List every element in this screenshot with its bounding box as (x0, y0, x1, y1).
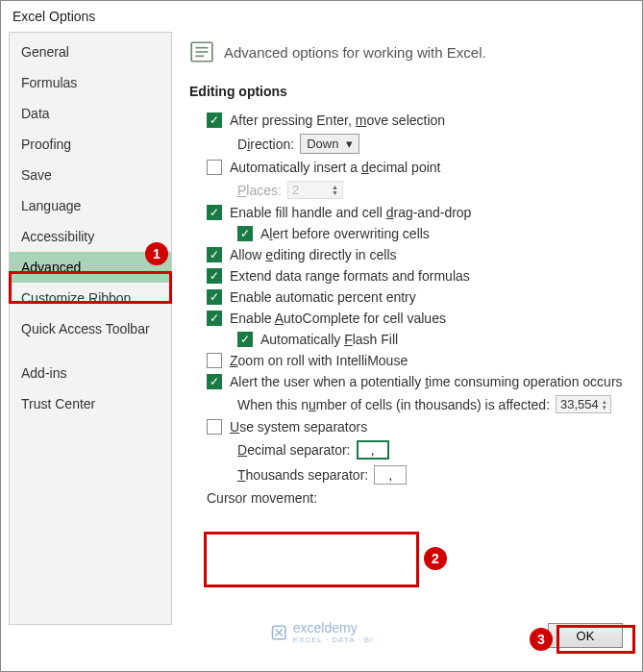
label-decimal-sep: Decimal separator: (237, 442, 351, 458)
sidebar-item-formulas[interactable]: Formulas (10, 67, 171, 98)
input-decimal-sep[interactable] (357, 440, 389, 460)
checkbox-alert-time[interactable]: ✓ (207, 374, 222, 389)
content-area: General Formulas Data Proofing Save Lang… (1, 32, 642, 625)
spinner-places: 2▲▼ (287, 181, 343, 199)
input-thousands-sep[interactable] (374, 465, 407, 485)
label-after-enter: After pressing Enter, move selection (230, 112, 445, 128)
sidebar-item-trust-center[interactable]: Trust Center (10, 388, 171, 419)
row-zoom: Zoom on roll with IntelliMouse (189, 353, 634, 368)
row-thousands-sep: Thousands separator: (189, 465, 634, 485)
row-decimal-sep: Decimal separator: (189, 440, 634, 460)
label-auto-decimal: Automatically insert a decimal point (230, 160, 440, 175)
label-places: Places: (237, 183, 282, 198)
checkbox-use-separators[interactable] (207, 419, 222, 435)
sidebar-item-language[interactable]: Language (10, 190, 171, 221)
sidebar-item-quick-access-toolbar[interactable]: Quick Access Toolbar (10, 313, 171, 344)
label-extend-formats: Extend data range formats and formulas (230, 268, 470, 284)
checkbox-zoom[interactable] (207, 353, 222, 368)
header-row: Advanced options for working with Excel. (189, 39, 634, 64)
main-panel: Advanced options for working with Excel.… (172, 32, 634, 625)
row-allow-edit: ✓ Allow editing directly in cells (189, 247, 634, 262)
sidebar-item-save[interactable]: Save (10, 160, 171, 190)
sidebar-item-customize-ribbon[interactable]: Customize Ribbon (10, 283, 171, 313)
watermark-icon (270, 624, 287, 641)
sidebar-item-add-ins[interactable]: Add-ins (10, 358, 171, 388)
label-zoom: Zoom on roll with IntelliMouse (230, 353, 408, 368)
row-auto-decimal: Automatically insert a decimal point (189, 160, 634, 175)
sidebar-item-data[interactable]: Data (10, 98, 171, 129)
row-after-enter: ✓ After pressing Enter, move selection (189, 112, 634, 128)
checkbox-allow-edit[interactable]: ✓ (207, 247, 222, 262)
label-allow-edit: Allow editing directly in cells (230, 247, 397, 262)
label-cells-affected: When this number of cells (in thousands)… (237, 397, 550, 412)
label-direction: Direction: (237, 137, 294, 152)
checkbox-auto-percent[interactable]: ✓ (207, 289, 222, 305)
watermark: exceldemy EXCEL · DATA · BI (270, 620, 374, 644)
label-fill-handle: Enable fill handle and cell drag-and-dro… (230, 205, 471, 220)
row-auto-percent: ✓ Enable automatic percent entry (189, 289, 634, 305)
row-autocomplete: ✓ Enable AutoComplete for cell values (189, 311, 634, 326)
label-alert-overwrite: Alert before overwriting cells (260, 226, 430, 241)
row-alert-time: ✓ Alert the user when a potentially time… (189, 374, 634, 389)
row-use-separators: Use system separators (189, 419, 634, 435)
label-auto-percent: Enable automatic percent entry (230, 289, 416, 305)
sidebar-item-accessibility[interactable]: Accessibility (10, 221, 171, 252)
row-flash-fill: ✓ Automatically Flash Fill (189, 332, 634, 347)
row-extend-formats: ✓ Extend data range formats and formulas (189, 268, 634, 284)
header-text: Advanced options for working with Excel. (224, 44, 486, 61)
label-autocomplete: Enable AutoComplete for cell values (230, 311, 446, 326)
row-fill-handle: ✓ Enable fill handle and cell drag-and-d… (189, 205, 634, 220)
checkbox-fill-handle[interactable]: ✓ (207, 205, 222, 220)
row-alert-overwrite: ✓ Alert before overwriting cells (189, 226, 634, 241)
checkbox-autocomplete[interactable]: ✓ (207, 311, 222, 326)
checkbox-after-enter[interactable]: ✓ (207, 112, 222, 128)
window-title: Excel Options (1, 1, 642, 32)
checkbox-alert-overwrite[interactable]: ✓ (237, 226, 253, 241)
label-alert-time: Alert the user when a potentially time c… (230, 374, 623, 389)
watermark-brand: exceldemy (293, 620, 358, 635)
checkbox-extend-formats[interactable]: ✓ (207, 268, 222, 284)
spinner-cells-affected[interactable]: 33,554▴▾ (556, 395, 611, 413)
ok-button[interactable]: OK (548, 623, 623, 648)
label-cursor-movement: Cursor movement: (207, 490, 317, 506)
sidebar: General Formulas Data Proofing Save Lang… (9, 32, 172, 625)
row-places: Places: 2▲▼ (189, 181, 634, 199)
sidebar-item-proofing[interactable]: Proofing (10, 129, 171, 160)
row-cursor-movement: Cursor movement: (189, 490, 634, 506)
label-use-separators: Use system separators (230, 419, 367, 435)
row-direction: Direction: Down▾ (189, 134, 634, 154)
section-title: Editing options (189, 84, 634, 99)
dropdown-direction[interactable]: Down▾ (300, 134, 359, 154)
checkbox-flash-fill[interactable]: ✓ (237, 332, 253, 347)
checkbox-auto-decimal[interactable] (207, 160, 222, 175)
options-icon (189, 39, 214, 64)
sidebar-item-general[interactable]: General (10, 37, 171, 67)
label-thousands-sep: Thousands separator: (237, 467, 368, 483)
sidebar-item-advanced[interactable]: Advanced (10, 252, 171, 283)
label-flash-fill: Automatically Flash Fill (260, 332, 398, 347)
watermark-tag: EXCEL · DATA · BI (293, 635, 374, 644)
excel-options-window: Excel Options General Formulas Data Proo… (0, 0, 643, 672)
row-cells-affected: When this number of cells (in thousands)… (189, 395, 634, 413)
chevron-down-icon: ▾ (346, 137, 353, 151)
